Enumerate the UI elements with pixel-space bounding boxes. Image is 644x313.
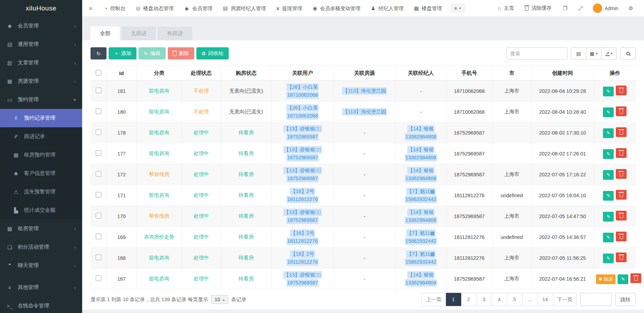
row-delete-button[interactable] bbox=[616, 211, 627, 220]
page-button[interactable]: ... bbox=[523, 293, 538, 306]
settings-button[interactable]: ⚙ bbox=[623, 0, 638, 17]
page-size-select[interactable]: 10 ▴ bbox=[211, 295, 229, 304]
row-edit-button[interactable]: ✎ bbox=[603, 233, 614, 242]
edit-button[interactable]: ✎编辑 bbox=[139, 47, 166, 59]
topnav-item[interactable]: ▦楼盘管理 bbox=[409, 0, 447, 17]
sidebar-item-link[interactable]: ▦租房管理‹ bbox=[0, 219, 82, 238]
row-delete-button[interactable] bbox=[616, 169, 627, 179]
sidebar-item-link[interactable]: ☻客户信息管理 bbox=[0, 164, 82, 183]
sidebar-item-link[interactable]: ▦租房预约管理 bbox=[0, 146, 82, 164]
topnav-item[interactable]: ¥提现管理 bbox=[271, 0, 307, 17]
row-checkbox[interactable] bbox=[96, 255, 101, 260]
tab-inactive[interactable]: 无跟进 bbox=[121, 26, 156, 40]
row-edit-button[interactable]: ✎ bbox=[603, 149, 614, 159]
row-edit-button[interactable]: ✎ bbox=[603, 107, 614, 117]
row-checkbox[interactable] bbox=[96, 129, 101, 135]
user-link[interactable]: 18752969587 bbox=[286, 279, 319, 287]
search-button[interactable] bbox=[620, 47, 636, 59]
delete-button[interactable]: 删除 bbox=[168, 47, 194, 59]
agent-link[interactable]: 【14】银银 bbox=[407, 125, 434, 133]
refresh-button[interactable]: ↻ bbox=[91, 47, 107, 59]
sidebar-item-link[interactable]: ▦房源管理‹ bbox=[0, 72, 82, 90]
agent-link[interactable]: 【14】银银 bbox=[407, 209, 434, 216]
sidebar-item-link[interactable]: ⚠流失预警管理 bbox=[0, 183, 82, 201]
house-link[interactable]: 【113】海伦堡兰园 bbox=[342, 87, 387, 95]
reader-mode-button[interactable]: ❐ bbox=[557, 0, 572, 17]
sidebar-item-link[interactable]: ▙统计成交金额 bbox=[0, 201, 82, 219]
row-delete-button[interactable] bbox=[630, 273, 641, 283]
row-checkbox[interactable] bbox=[96, 234, 101, 239]
row-delete-button[interactable] bbox=[616, 232, 627, 241]
clear-cache-button[interactable]: 清除缓存 bbox=[520, 0, 557, 17]
user-link[interactable]: 【16】2号 bbox=[290, 188, 315, 195]
agent-link[interactable]: 13382984808 bbox=[405, 175, 437, 182]
topnav-item[interactable]: ◎楼盘动态管理 bbox=[131, 0, 179, 17]
agent-link[interactable]: 【7】魁11▩ bbox=[406, 188, 435, 195]
tab-inactive[interactable]: 有跟进 bbox=[158, 26, 192, 40]
row-checkbox[interactable] bbox=[96, 171, 101, 177]
house-link[interactable]: 【113】海伦堡兰园 bbox=[342, 108, 387, 115]
user-link[interactable]: 【13】@银银□□ bbox=[283, 167, 322, 174]
row-checkbox[interactable] bbox=[96, 109, 101, 114]
sidebar-item-link[interactable]: ≡其他管理‹ bbox=[0, 278, 82, 297]
user-link[interactable]: 18752969587 bbox=[286, 217, 319, 224]
user-link[interactable]: 18752969587 bbox=[286, 175, 319, 182]
sidebar-item-link[interactable]: ❏积分活动管理‹ bbox=[0, 238, 82, 256]
row-checkbox[interactable] bbox=[96, 88, 101, 93]
sidebar-item-link[interactable]: ✐跟进记录 bbox=[0, 127, 82, 146]
jump-page-input[interactable] bbox=[580, 293, 612, 306]
agent-link[interactable]: 【7】魁11▩ bbox=[406, 230, 435, 237]
row-delete-button[interactable] bbox=[616, 190, 627, 200]
page-button[interactable]: 2 bbox=[461, 293, 477, 306]
agent-link[interactable]: 15862932442 bbox=[405, 238, 437, 245]
row-delete-button[interactable] bbox=[616, 106, 627, 116]
page-button[interactable]: 5 bbox=[507, 293, 523, 306]
home-button[interactable]: ⌂ 主页 bbox=[493, 0, 519, 17]
page-button[interactable]: 4 bbox=[492, 293, 507, 306]
row-edit-button[interactable]: ✎ bbox=[603, 191, 614, 201]
topnav-item[interactable]: ◉会员余额变动管理 bbox=[307, 0, 366, 17]
user-link[interactable]: 18112812276 bbox=[286, 258, 319, 266]
brand-logo[interactable]: xiluHouse bbox=[0, 0, 82, 17]
user-link[interactable]: 【13】@银银□□ bbox=[283, 146, 322, 153]
follow-button[interactable]: ✱跟进 bbox=[596, 274, 616, 284]
sidebar-item-link[interactable]: ☻会员管理‹ bbox=[0, 17, 82, 35]
user-link[interactable]: 【16】2号 bbox=[290, 230, 315, 237]
row-delete-button[interactable] bbox=[616, 127, 627, 137]
page-button[interactable]: 下一页 bbox=[553, 293, 577, 306]
row-checkbox[interactable] bbox=[96, 192, 101, 198]
tab-active[interactable]: 全部 bbox=[91, 26, 120, 40]
user-link[interactable]: 18710062068 bbox=[286, 112, 319, 120]
more-menu-dropdown[interactable]: ≡ ▾ bbox=[450, 3, 465, 13]
user-link[interactable]: 18752969587 bbox=[286, 154, 319, 161]
agent-link[interactable]: 【14】银银 bbox=[407, 146, 434, 153]
user-link[interactable]: 【26】小白菜 bbox=[286, 83, 319, 91]
page-button[interactable]: 上一页 bbox=[422, 293, 446, 306]
sidebar-item-link[interactable]: >_在线命令管理 bbox=[0, 297, 82, 313]
row-edit-button[interactable]: ✎ bbox=[603, 170, 614, 180]
recycle-bin-button[interactable]: ♻回收站 bbox=[196, 47, 229, 59]
page-button[interactable]: 1 bbox=[446, 293, 461, 306]
row-checkbox[interactable] bbox=[96, 275, 101, 281]
row-checkbox[interactable] bbox=[96, 213, 101, 218]
sidebar-item-link[interactable]: ▤通用管理‹ bbox=[0, 35, 82, 54]
agent-link[interactable]: 15862932442 bbox=[405, 196, 437, 203]
row-edit-button[interactable]: ✎ bbox=[603, 128, 614, 138]
agent-link[interactable]: 【14】银银 bbox=[407, 271, 434, 279]
agent-link[interactable]: 13382984808 bbox=[405, 154, 437, 161]
row-delete-button[interactable] bbox=[616, 252, 627, 262]
jump-button[interactable]: 跳转 bbox=[615, 293, 636, 306]
user-link[interactable]: 【13】@银银□□ bbox=[283, 209, 322, 216]
columns-button[interactable]: ▦▾ bbox=[586, 47, 602, 59]
row-checkbox[interactable] bbox=[96, 150, 101, 156]
user-link[interactable]: 【13】@银银□□ bbox=[283, 125, 322, 133]
sidebar-item-link[interactable]: ▥文章管理‹ bbox=[0, 54, 82, 72]
user-link[interactable]: 18752969587 bbox=[286, 133, 319, 141]
user-link[interactable]: 【16】2号 bbox=[290, 250, 315, 258]
user-link[interactable]: 【26】小白菜 bbox=[286, 104, 319, 112]
add-button[interactable]: ＋添加 bbox=[109, 47, 136, 59]
topnav-item[interactable]: ◔控制台 bbox=[99, 0, 131, 17]
topnav-item[interactable]: ▤房源经纪人管理 bbox=[218, 0, 271, 17]
admin-user-menu[interactable]: Admin bbox=[589, 3, 623, 13]
export-button[interactable]: ↗▾ bbox=[602, 47, 617, 59]
